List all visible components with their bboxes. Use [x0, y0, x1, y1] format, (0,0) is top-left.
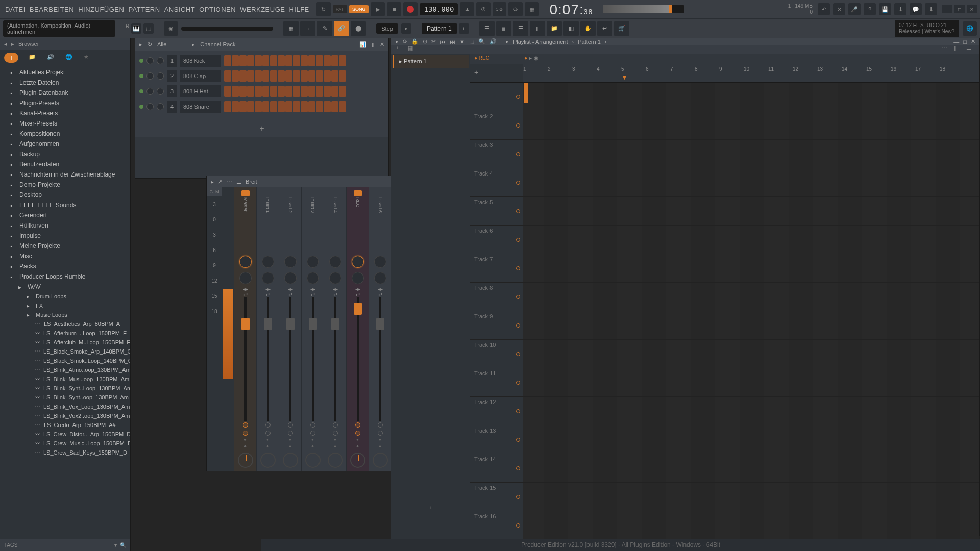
send-button[interactable]: [243, 431, 248, 436]
channel-led[interactable]: [139, 74, 143, 78]
knob-icon[interactable]: ◉: [164, 21, 178, 36]
menu-ansicht[interactable]: ANSICHT: [162, 6, 198, 13]
step-button[interactable]: [316, 101, 323, 112]
track-mute-dot[interactable]: [516, 181, 520, 185]
menu-bearbeiten[interactable]: BEARBEITEN: [28, 6, 76, 13]
stereo-sep-icon[interactable]: ◂▸: [355, 286, 360, 292]
tree-item[interactable]: ▪Aufgenommen: [0, 139, 130, 149]
file-item[interactable]: 〰LS_Black_Smoke_Arp_140BPM_G: [0, 347, 130, 356]
step-button[interactable]: [324, 70, 331, 82]
mx-view-icon[interactable]: ☰: [236, 179, 241, 185]
tree-item[interactable]: ▪Kanal-Presets: [0, 108, 130, 118]
track-content[interactable]: [523, 311, 979, 339]
playlist-track-row[interactable]: Track 13: [470, 425, 979, 454]
step-button[interactable]: [232, 101, 239, 112]
step-button[interactable]: [331, 101, 338, 112]
track-mute-dot[interactable]: [516, 495, 520, 499]
file-item[interactable]: 〰LS_Crew_Music..Loop_150BPM_D: [0, 439, 130, 448]
track-content[interactable]: [523, 283, 979, 311]
eq-knob[interactable]: [352, 272, 364, 284]
step-button[interactable]: [308, 101, 315, 112]
channel-name[interactable]: 808 Clap: [180, 70, 221, 82]
step-button[interactable]: [255, 86, 262, 97]
route-arrow[interactable]: ▴: [244, 443, 247, 448]
track-content[interactable]: [523, 83, 979, 111]
cr-filter[interactable]: Alle: [157, 41, 166, 47]
link-icon[interactable]: ⬚: [143, 23, 154, 34]
playlist-ruler[interactable]: + 123456789101112131415161718▼: [470, 64, 979, 83]
step-button[interactable]: [232, 86, 239, 97]
track-mute-dot[interactable]: [516, 209, 520, 213]
swap-icon[interactable]: ⇄: [356, 292, 360, 297]
step-button[interactable]: [270, 86, 277, 97]
track-name[interactable]: Track 12: [470, 397, 523, 425]
tags-bar[interactable]: TAGS ▾ 🔍: [0, 539, 130, 551]
file-item[interactable]: 〰LS_Blink_Musi..oop_130BPM_Am: [0, 374, 130, 384]
playlist-track-row[interactable]: Track 10: [470, 340, 979, 368]
step-button[interactable]: [285, 55, 292, 66]
step-button[interactable]: [270, 101, 277, 112]
track-content[interactable]: [523, 168, 979, 196]
pattern-item[interactable]: ▸ Pattern 1: [393, 55, 469, 68]
step-button[interactable]: [293, 55, 300, 66]
midi-icon[interactable]: 🎹: [131, 23, 141, 34]
playlist-track-row[interactable]: Track 4: [470, 168, 979, 197]
fx-knob[interactable]: [262, 256, 274, 268]
pattern-selector[interactable]: Pattern 1: [422, 23, 457, 34]
play-button[interactable]: ▶: [371, 2, 385, 16]
pl-tool-pattern[interactable]: ▦: [408, 45, 417, 54]
pl-tool-grid[interactable]: ☰: [966, 45, 975, 54]
ruler-label-area[interactable]: +: [470, 64, 523, 82]
arm-dot[interactable]: ●: [356, 437, 359, 442]
vol-knob[interactable]: [157, 88, 164, 95]
step-button[interactable]: [339, 70, 346, 82]
track-content[interactable]: [523, 511, 979, 539]
star-tab-icon[interactable]: ★: [84, 54, 92, 62]
menu-werkzeuge[interactable]: WERKZEUGE: [238, 6, 287, 13]
menu-datei[interactable]: DATEI: [3, 6, 28, 13]
step-button[interactable]: [316, 86, 323, 97]
pan-knob[interactable]: [373, 453, 388, 468]
fx-knob[interactable]: [239, 256, 252, 268]
mute-button[interactable]: [243, 422, 248, 428]
playlist-track-row[interactable]: Track 7: [470, 254, 979, 283]
step-button[interactable]: [224, 101, 231, 112]
step-button[interactable]: [278, 55, 285, 66]
mute-button[interactable]: [265, 422, 271, 428]
maximize-button[interactable]: □: [954, 5, 965, 13]
menu-hinzufuegen[interactable]: HINZUFÜGEN: [76, 6, 126, 13]
send-button[interactable]: [288, 431, 293, 436]
step-button[interactable]: [331, 55, 338, 66]
metronome-icon[interactable]: ▲: [460, 2, 474, 16]
cr-graph-icon[interactable]: 📊: [359, 41, 366, 48]
channel-number[interactable]: 2: [167, 70, 177, 82]
track-content[interactable]: [523, 226, 979, 254]
file-item[interactable]: 〰LS_Blink_Synt..oop_130BPM_Am: [0, 393, 130, 402]
step-button[interactable]: [255, 70, 262, 82]
sync-icon[interactable]: ↻: [316, 2, 331, 16]
fx-knob[interactable]: [284, 256, 297, 268]
track-mute-dot[interactable]: [516, 95, 520, 99]
channel-rack-button[interactable]: ☰: [513, 21, 528, 36]
overdub-icon[interactable]: 3·2·: [493, 2, 506, 16]
track-rows[interactable]: Track 2Track 3Track 4Track 5Track 6Track…: [470, 83, 979, 540]
tree-item[interactable]: ▪Kompositionen: [0, 129, 130, 139]
mute-button[interactable]: [378, 422, 383, 428]
pl-speaker-icon[interactable]: 🔊: [489, 38, 497, 45]
tree-item[interactable]: ▪Desktop: [0, 190, 130, 200]
track-mute-dot[interactable]: [516, 266, 520, 270]
cr-play-icon[interactable]: ▸: [139, 41, 142, 48]
pan-knob[interactable]: [146, 72, 154, 80]
step-button[interactable]: [293, 86, 300, 97]
swap-icon[interactable]: ⇄: [266, 292, 270, 297]
step-button[interactable]: [324, 55, 331, 66]
pl-lock-icon[interactable]: 🔒: [411, 38, 419, 45]
tree-item[interactable]: ▪Hüllkurven: [0, 220, 130, 231]
track-name[interactable]: [470, 83, 523, 111]
step-button[interactable]: [285, 101, 292, 112]
tree-item[interactable]: ▪Impulse: [0, 231, 130, 241]
undo-icon[interactable]: ↶: [818, 3, 830, 15]
route-arrow[interactable]: ▴: [356, 443, 359, 448]
rec-ctrl-1[interactable]: ●: [524, 55, 527, 61]
track-mute-dot[interactable]: [516, 238, 520, 242]
